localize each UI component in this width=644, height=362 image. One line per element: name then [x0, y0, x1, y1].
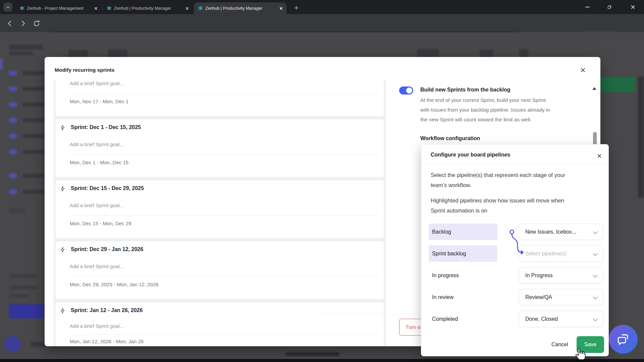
chevron-down-icon	[593, 229, 598, 234]
restore-icon	[606, 4, 612, 10]
lightning-icon	[60, 186, 66, 192]
minimize-icon	[585, 7, 590, 7]
browser-tab-1[interactable]: Zenhub - Project Management	[15, 2, 101, 14]
sprint-date-range: Mon, Dec 1 - Mon, Dec 15	[70, 160, 128, 165]
plus-icon	[294, 5, 299, 10]
automation-heading: Build new Sprints from the backlog	[420, 87, 510, 93]
scroll-up-icon	[592, 87, 596, 90]
cancel-button[interactable]: Cancel	[551, 342, 568, 348]
dropdown-placeholder: Select pipeline(s)	[525, 246, 567, 261]
popover-close-icon[interactable]	[596, 153, 603, 159]
reload-button[interactable]	[32, 18, 42, 28]
sprint-card: Sprint: Dec 29 - Jan 12, 2026 Add a brie…	[56, 241, 384, 299]
divider	[70, 94, 379, 95]
workflow-configuration-heading: Workflow configuration	[420, 135, 480, 141]
tab-close-icon[interactable]	[93, 6, 99, 11]
zenhub-logo-icon	[198, 5, 203, 11]
popover-header-divider	[421, 165, 608, 165]
dropdown-value: Review/QA	[525, 289, 552, 305]
chat-bubbles-icon	[616, 333, 630, 346]
dropdown-value: In Progress	[525, 267, 553, 283]
pipeline-stage-completed: Completed	[429, 311, 497, 327]
pipeline-stage-sprint-backlog: Sprint backlog	[429, 245, 497, 262]
completed-pipeline-dropdown[interactable]: Done, Closed	[519, 311, 603, 327]
sprint-goal-input[interactable]: Add a brief Sprint goal...	[70, 141, 124, 147]
sprint-backlog-pipeline-dropdown[interactable]: Select pipeline(s)	[519, 245, 603, 262]
modal-close-icon[interactable]	[579, 66, 587, 74]
browser-tab-3-active[interactable]: Zenhub | Productivity Manager	[194, 2, 286, 14]
new-tab-button[interactable]	[292, 3, 301, 12]
build-sprints-toggle[interactable]	[399, 86, 413, 95]
window-minimize-button[interactable]	[580, 2, 595, 12]
browser-toolbar: app.zenhub.com/workspaces/moodjoy-co-691…	[0, 14, 644, 32]
chevron-down-icon	[593, 273, 598, 278]
browser-tab-bar: Zenhub - Project Management Zenhub | Pro…	[0, 0, 644, 14]
bottom-strip	[0, 359, 644, 362]
sprint-title: Sprint: Dec 15 - Dec 29, 2025	[71, 185, 144, 191]
tab-close-icon[interactable]	[184, 6, 190, 11]
browser-tab-2[interactable]: Zenhub | Productivity Manager	[103, 2, 193, 14]
popover-title: Configure your board pipelines	[431, 152, 510, 158]
in-progress-pipeline-dropdown[interactable]: In Progress	[519, 267, 603, 284]
modal-title: Modify recurring sprints	[55, 67, 114, 73]
backlog-pipeline-dropdown[interactable]: New Issues, Icebox...	[519, 224, 603, 240]
tab-title: Zenhub - Project Management	[27, 6, 91, 11]
automation-description: At the end of your current Sprint, build…	[420, 95, 591, 124]
sprint-date-range: Mon, Jan 12, 2026 - Mon, Jan 26	[70, 339, 144, 344]
sprint-goal-input[interactable]: Add a brief Sprint goal...	[70, 80, 124, 86]
sprint-goal-input[interactable]: Add a brief Sprint goal...	[70, 202, 124, 208]
sprint-goal-input[interactable]: Add a brief Sprint goal...	[70, 263, 124, 269]
toggle-knob	[406, 87, 412, 94]
lightning-icon	[60, 247, 66, 253]
tab-search-button[interactable]	[3, 3, 12, 12]
scroll-up-button[interactable]	[592, 87, 596, 90]
sprint-title: Sprint: Jan 12 - Jan 26, 2026	[71, 307, 143, 313]
chevron-down-icon	[593, 251, 598, 256]
sprint-title: Sprint: Dec 1 - Dec 15, 2025	[71, 124, 141, 130]
back-arrow-icon	[5, 18, 15, 28]
pipeline-stage-backlog: Backlog	[429, 224, 497, 240]
divider	[70, 335, 379, 335]
sprint-card: Sprint: Dec 15 - Dec 29, 2025 Add a brie…	[56, 180, 384, 238]
chat-widget-button[interactable]	[609, 325, 638, 354]
forward-arrow-icon	[18, 18, 28, 28]
pipeline-stage-in-progress: In progress	[429, 267, 497, 284]
sprint-date-range: Mon, Dec 15 - Mon, Dec 29	[70, 221, 131, 226]
chevron-down-icon	[593, 295, 598, 299]
popover-note-text: Highlighted pipelines show how issues wi…	[431, 195, 564, 216]
reload-icon	[32, 18, 42, 28]
divider	[70, 276, 379, 277]
tab-title: Zenhub | Productivity Manager	[205, 6, 276, 11]
dropdown-value: New Issues, Icebox...	[525, 224, 576, 240]
sprint-card: Sprint: Jan 12 - Jan 26, 2026 Add a brie…	[56, 302, 384, 346]
tab-close-icon[interactable]	[278, 6, 284, 11]
sprint-date-range: Mon, Dec 29, 2025 - Mon, Jan 12, 2026	[70, 282, 158, 287]
sprint-flow-connector-icon	[503, 226, 526, 259]
sprint-list[interactable]: Add a brief Sprint goal... Mon, Nov 17 -…	[54, 80, 386, 346]
divider	[70, 215, 379, 216]
sprint-card: Add a brief Sprint goal... Mon, Nov 17 -…	[56, 80, 384, 116]
window-restore-button[interactable]	[602, 2, 617, 12]
lightning-icon	[60, 125, 66, 131]
back-button[interactable]	[5, 18, 15, 28]
dropdown-value: Done, Closed	[525, 311, 558, 327]
configure-board-pipelines-popover: Configure your board pipelines Select th…	[421, 144, 609, 356]
sprint-goal-input[interactable]: Add a brief Sprint goal...	[70, 323, 124, 329]
zenhub-logo-icon	[19, 5, 25, 11]
chevron-down-icon	[593, 316, 598, 321]
zenhub-logo-icon	[106, 5, 112, 11]
close-icon	[630, 4, 636, 10]
tab-separator	[102, 4, 102, 10]
forward-button[interactable]	[18, 18, 28, 28]
window-close-button[interactable]	[625, 2, 641, 12]
divider	[70, 154, 379, 155]
sprint-title: Sprint: Dec 29 - Jan 12, 2026	[71, 246, 143, 252]
save-button[interactable]: Save	[577, 336, 604, 353]
chevron-down-icon	[6, 5, 10, 10]
tab-title: Zenhub | Productivity Manager	[114, 6, 182, 11]
in-review-pipeline-dropdown[interactable]: Review/QA	[519, 289, 603, 305]
lightning-icon	[60, 308, 66, 314]
sprint-card: Sprint: Dec 1 - Dec 15, 2025 Add a brief…	[56, 119, 384, 177]
create-button-dimmed	[600, 77, 635, 92]
pipeline-stage-in-review: In review	[429, 289, 497, 305]
